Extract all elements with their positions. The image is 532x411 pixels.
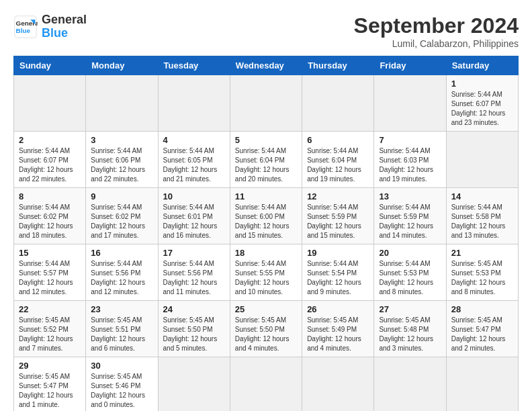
day-number: 6: [307, 135, 369, 145]
day-cell: 3Sunrise: 5:44 AM Sunset: 6:06 PM Daylig…: [86, 132, 158, 188]
week-row-3: 8Sunrise: 5:44 AM Sunset: 6:02 PM Daylig…: [14, 188, 519, 244]
day-cell: 27Sunrise: 5:45 AM Sunset: 5:48 PM Dayli…: [374, 301, 446, 357]
col-header-friday: Friday: [374, 56, 446, 75]
day-cell: [230, 75, 302, 132]
day-number: 22: [19, 304, 81, 314]
day-info: Sunrise: 5:44 AM Sunset: 6:00 PM Dayligh…: [235, 203, 297, 240]
col-header-saturday: Saturday: [446, 56, 518, 75]
day-info: Sunrise: 5:44 AM Sunset: 6:02 PM Dayligh…: [91, 203, 152, 240]
day-cell: 17Sunrise: 5:44 AM Sunset: 5:56 PM Dayli…: [158, 244, 230, 301]
day-number: 18: [235, 248, 297, 258]
day-cell: 5Sunrise: 5:44 AM Sunset: 6:04 PM Daylig…: [230, 132, 302, 188]
day-cell: 12Sunrise: 5:44 AM Sunset: 5:59 PM Dayli…: [302, 188, 374, 244]
day-cell: [158, 75, 230, 132]
day-info: Sunrise: 5:44 AM Sunset: 5:57 PM Dayligh…: [19, 259, 81, 297]
day-cell: 26Sunrise: 5:45 AM Sunset: 5:49 PM Dayli…: [302, 301, 374, 357]
day-cell: 23Sunrise: 5:45 AM Sunset: 5:51 PM Dayli…: [86, 301, 158, 357]
day-cell: 6Sunrise: 5:44 AM Sunset: 6:04 PM Daylig…: [302, 132, 374, 188]
logo-icon: General Blue: [13, 15, 38, 39]
day-number: 29: [19, 361, 81, 371]
day-info: Sunrise: 5:44 AM Sunset: 6:07 PM Dayligh…: [451, 90, 513, 128]
day-cell: 20Sunrise: 5:44 AM Sunset: 5:53 PM Dayli…: [374, 244, 446, 301]
day-info: Sunrise: 5:45 AM Sunset: 5:52 PM Dayligh…: [19, 316, 81, 353]
day-cell: 21Sunrise: 5:45 AM Sunset: 5:53 PM Dayli…: [446, 244, 518, 301]
week-row-1: 1Sunrise: 5:44 AM Sunset: 6:07 PM Daylig…: [14, 75, 519, 132]
day-number: 24: [163, 304, 225, 314]
day-number: 9: [91, 191, 152, 201]
calendar-table: SundayMondayTuesdayWednesdayThursdayFrid…: [13, 56, 519, 411]
day-info: Sunrise: 5:44 AM Sunset: 5:59 PM Dayligh…: [307, 203, 369, 240]
calendar-header-row: SundayMondayTuesdayWednesdayThursdayFrid…: [14, 56, 519, 75]
logo-line2: Blue: [42, 27, 87, 40]
day-cell: 4Sunrise: 5:44 AM Sunset: 6:05 PM Daylig…: [158, 132, 230, 188]
day-info: Sunrise: 5:44 AM Sunset: 5:54 PM Dayligh…: [307, 259, 369, 297]
day-info: Sunrise: 5:45 AM Sunset: 5:47 PM Dayligh…: [19, 372, 81, 410]
day-cell: 19Sunrise: 5:44 AM Sunset: 5:54 PM Dayli…: [302, 244, 374, 301]
day-number: 17: [163, 248, 225, 258]
day-info: Sunrise: 5:45 AM Sunset: 5:53 PM Dayligh…: [451, 259, 513, 297]
day-cell: [446, 132, 518, 188]
day-number: 8: [19, 191, 81, 201]
day-number: 21: [451, 248, 513, 258]
day-cell: 1Sunrise: 5:44 AM Sunset: 6:07 PM Daylig…: [446, 75, 518, 132]
day-number: 10: [163, 191, 225, 201]
day-number: 25: [235, 304, 297, 314]
week-row-5: 22Sunrise: 5:45 AM Sunset: 5:52 PM Dayli…: [14, 301, 519, 357]
day-cell: 30Sunrise: 5:45 AM Sunset: 5:46 PM Dayli…: [86, 357, 158, 412]
day-info: Sunrise: 5:44 AM Sunset: 6:03 PM Dayligh…: [379, 146, 441, 184]
day-info: Sunrise: 5:45 AM Sunset: 5:47 PM Dayligh…: [451, 316, 513, 353]
day-info: Sunrise: 5:44 AM Sunset: 5:56 PM Dayligh…: [91, 259, 152, 297]
logo: General Blue General Blue: [13, 13, 87, 40]
day-number: 2: [19, 135, 81, 145]
day-cell: [374, 75, 446, 132]
day-cell: 9Sunrise: 5:44 AM Sunset: 6:02 PM Daylig…: [86, 188, 158, 244]
day-cell: 24Sunrise: 5:45 AM Sunset: 5:50 PM Dayli…: [158, 301, 230, 357]
day-cell: 22Sunrise: 5:45 AM Sunset: 5:52 PM Dayli…: [14, 301, 86, 357]
col-header-sunday: Sunday: [14, 56, 86, 75]
day-info: Sunrise: 5:45 AM Sunset: 5:50 PM Dayligh…: [235, 316, 297, 353]
day-cell: 28Sunrise: 5:45 AM Sunset: 5:47 PM Dayli…: [446, 301, 518, 357]
day-cell: 13Sunrise: 5:44 AM Sunset: 5:59 PM Dayli…: [374, 188, 446, 244]
day-cell: [14, 75, 86, 132]
day-info: Sunrise: 5:45 AM Sunset: 5:51 PM Dayligh…: [91, 316, 152, 353]
day-cell: 14Sunrise: 5:44 AM Sunset: 5:58 PM Dayli…: [446, 188, 518, 244]
month-title: September 2024: [354, 13, 519, 38]
day-number: 14: [451, 191, 513, 201]
day-number: 30: [91, 361, 152, 371]
day-cell: 18Sunrise: 5:44 AM Sunset: 5:55 PM Dayli…: [230, 244, 302, 301]
col-header-monday: Monday: [86, 56, 158, 75]
day-cell: [158, 357, 230, 412]
day-number: 26: [307, 304, 369, 314]
day-number: 7: [379, 135, 441, 145]
day-number: 15: [19, 248, 81, 258]
week-row-6: 29Sunrise: 5:45 AM Sunset: 5:47 PM Dayli…: [14, 357, 519, 412]
title-block: September 2024 Lumil, Calabarzon, Philip…: [354, 13, 519, 49]
day-cell: 2Sunrise: 5:44 AM Sunset: 6:07 PM Daylig…: [14, 132, 86, 188]
day-cell: [302, 357, 374, 412]
week-row-4: 15Sunrise: 5:44 AM Sunset: 5:57 PM Dayli…: [14, 244, 519, 301]
day-cell: [230, 357, 302, 412]
day-number: 28: [451, 304, 513, 314]
day-cell: [302, 75, 374, 132]
page-header: General Blue General Blue September 2024…: [13, 13, 519, 49]
logo-text: General Blue: [42, 13, 87, 40]
day-info: Sunrise: 5:44 AM Sunset: 6:06 PM Dayligh…: [91, 146, 152, 184]
col-header-thursday: Thursday: [302, 56, 374, 75]
week-row-2: 2Sunrise: 5:44 AM Sunset: 6:07 PM Daylig…: [14, 132, 519, 188]
day-info: Sunrise: 5:45 AM Sunset: 5:49 PM Dayligh…: [307, 316, 369, 353]
day-cell: 10Sunrise: 5:44 AM Sunset: 6:01 PM Dayli…: [158, 188, 230, 244]
day-info: Sunrise: 5:44 AM Sunset: 6:07 PM Dayligh…: [19, 146, 81, 184]
logo-line1: General: [42, 13, 87, 27]
day-number: 19: [307, 248, 369, 258]
day-number: 16: [91, 248, 152, 258]
day-info: Sunrise: 5:44 AM Sunset: 5:59 PM Dayligh…: [379, 203, 441, 240]
day-number: 5: [235, 135, 297, 145]
day-cell: [446, 357, 518, 412]
day-number: 20: [379, 248, 441, 258]
day-info: Sunrise: 5:44 AM Sunset: 5:58 PM Dayligh…: [451, 203, 513, 240]
day-info: Sunrise: 5:45 AM Sunset: 5:48 PM Dayligh…: [379, 316, 441, 353]
day-cell: 25Sunrise: 5:45 AM Sunset: 5:50 PM Dayli…: [230, 301, 302, 357]
day-info: Sunrise: 5:44 AM Sunset: 6:05 PM Dayligh…: [163, 146, 225, 184]
day-number: 3: [91, 135, 152, 145]
day-info: Sunrise: 5:44 AM Sunset: 6:01 PM Dayligh…: [163, 203, 225, 240]
